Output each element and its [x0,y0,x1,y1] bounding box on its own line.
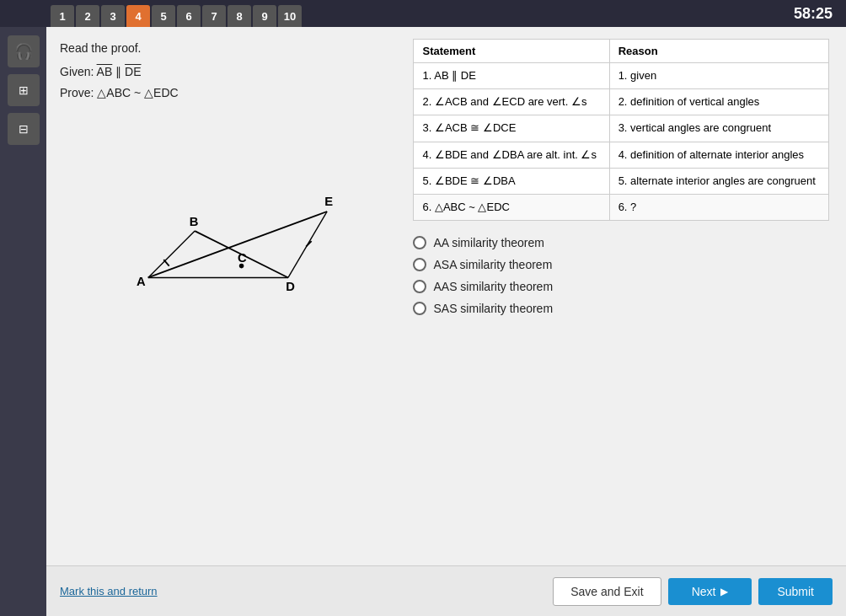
options-section: AA similarity theorem ASA similarity the… [413,233,829,327]
option-aa[interactable]: AA similarity theorem [413,236,829,249]
statement-3: 3. ∠ACB ≅ ∠DCE [414,115,609,142]
table-row: 5. ∠BDE ≅ ∠DBA 5. alternate interior ang… [414,168,829,194]
question-area: Read the proof. Given: AB ∥ DE Prove: △A… [46,27,846,565]
tab-4[interactable]: 4 [126,5,150,27]
svg-text:E: E [324,195,333,208]
proof-panel: Statement Reason 1. AB ∥ DE 1. given 2. … [413,39,833,565]
table-row: 6. △ABC ~ △EDC 6. ? [414,194,829,220]
svg-text:D: D [286,280,295,293]
option-sas-label: SAS similarity theorem [433,302,553,315]
instruction-text: Read the proof. [60,39,399,57]
tab-7[interactable]: 7 [202,5,226,27]
footer-buttons: Save and Exit Next Submit [553,577,833,606]
tab-9[interactable]: 9 [253,5,276,27]
tab-10[interactable]: 10 [278,5,302,27]
top-bar: 1 2 3 4 5 6 7 8 9 10 58:25 [0,0,846,27]
tab-1[interactable]: 1 [51,5,74,27]
given-text: Given: AB ∥ DE [60,62,399,81]
tab-5[interactable]: 5 [152,5,175,27]
mark-return-link[interactable]: Mark this and return [60,585,158,597]
diagram-panel: Read the proof. Given: AB ∥ DE Prove: △A… [60,39,399,565]
tab-8[interactable]: 8 [228,5,251,27]
svg-line-3 [148,231,195,277]
reason-4: 4. definition of alternate interior angl… [609,142,828,168]
diagram-container: A B C D E [60,110,399,565]
option-aas[interactable]: AAS similarity theorem [413,280,829,293]
option-aa-label: AA similarity theorem [433,236,543,249]
sidebar: 🎧 ⊞ ⊟ [0,27,46,616]
reason-6: 6. ? [609,194,828,220]
table-row: 2. ∠ACB and ∠ECD are vert. ∠s 2. definit… [414,89,829,115]
question-tabs[interactable]: 1 2 3 4 5 6 7 8 9 10 [51,0,302,27]
svg-text:C: C [238,251,247,265]
svg-text:B: B [190,215,199,228]
prove-text: Prove: △ABC ~ △EDC [60,83,399,102]
svg-point-12 [239,264,244,269]
reason-5: 5. alternate interior angles are congrue… [609,168,828,194]
option-asa-label: ASA similarity theorem [433,258,552,271]
option-sas[interactable]: SAS similarity theorem [413,302,829,315]
footer: Mark this and return Save and Exit Next … [46,565,846,616]
tab-3[interactable]: 3 [101,5,125,27]
notes-icon[interactable]: ⊟ [8,113,40,145]
calculator-icon[interactable]: ⊞ [8,74,40,106]
main-content: Read the proof. Given: AB ∥ DE Prove: △A… [46,27,846,616]
next-button[interactable]: Next [668,578,752,605]
reason-2: 2. definition of vertical angles [609,89,828,115]
radio-aas[interactable] [413,280,426,293]
geometry-diagram: A B C D E [60,110,399,313]
statement-header: Statement [414,40,609,63]
submit-button[interactable]: Submit [758,578,833,605]
statement-2: 2. ∠ACB and ∠ECD are vert. ∠s [414,89,609,115]
option-aas-label: AAS similarity theorem [433,280,553,293]
tab-2[interactable]: 2 [76,5,99,27]
svg-text:A: A [137,275,146,288]
table-row: 3. ∠ACB ≅ ∠DCE 3. vertical angles are co… [414,115,829,142]
statement-1: 1. AB ∥ DE [414,63,609,89]
save-exit-button[interactable]: Save and Exit [553,577,661,606]
reason-header: Reason [609,40,828,63]
radio-sas[interactable] [413,302,426,315]
radio-asa[interactable] [413,258,426,271]
statement-4: 4. ∠BDE and ∠DBA are alt. int. ∠s [414,142,609,168]
proof-table: Statement Reason 1. AB ∥ DE 1. given 2. … [413,39,829,221]
timer-display: 58:25 [794,5,833,23]
svg-line-5 [163,260,169,265]
radio-aa[interactable] [413,236,426,249]
problem-text: Read the proof. Given: AB ∥ DE Prove: △A… [60,39,399,102]
tab-6[interactable]: 6 [177,5,201,27]
table-row: 4. ∠BDE and ∠DBA are alt. int. ∠s 4. def… [414,142,829,168]
svg-line-0 [148,212,327,277]
option-asa[interactable]: ASA similarity theorem [413,258,829,271]
statement-6: 6. △ABC ~ △EDC [414,194,609,220]
statement-5: 5. ∠BDE ≅ ∠DBA [414,168,609,194]
table-row: 1. AB ∥ DE 1. given [414,63,829,89]
reason-3: 3. vertical angles are congruent [609,115,828,142]
headphones-icon[interactable]: 🎧 [8,35,40,67]
reason-1: 1. given [609,63,828,89]
